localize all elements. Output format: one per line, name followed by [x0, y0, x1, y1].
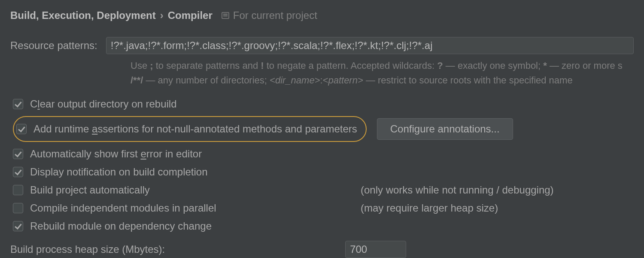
option-clear-output[interactable]: Clear output directory on rebuild	[13, 98, 634, 110]
checkbox-build-automatically[interactable]	[13, 185, 23, 195]
option-display-notification[interactable]: Display notification on build completion	[13, 166, 634, 178]
label-add-assertions: Add runtime assertions for not-null-anno…	[33, 123, 357, 135]
breadcrumb-current: Compiler	[168, 9, 213, 22]
compiler-options-list: Clear output directory on rebuild Add ru…	[13, 98, 634, 232]
svg-rect-2	[223, 15, 228, 16]
breadcrumb: Build, Execution, Deployment › Compiler …	[10, 9, 634, 22]
breadcrumb-parent[interactable]: Build, Execution, Deployment	[10, 9, 156, 22]
label-rebuild-on-dependency: Rebuild module on dependency change	[30, 220, 212, 232]
compiler-settings-panel: Build, Execution, Deployment › Compiler …	[0, 0, 644, 258]
configure-annotations-button[interactable]: Configure annotations...	[377, 118, 513, 140]
breadcrumb-separator-icon: ›	[160, 9, 164, 22]
heap-size-row: Build process heap size (Mbytes):	[10, 241, 634, 258]
highlighted-option: Add runtime assertions for not-null-anno…	[13, 116, 367, 142]
label-display-notification: Display notification on build completion	[30, 166, 208, 178]
resource-patterns-label: Resource patterns:	[10, 37, 97, 52]
heap-size-label: Build process heap size (Mbytes):	[10, 243, 165, 255]
checkbox-add-assertions[interactable]	[16, 124, 27, 134]
project-scope-indicator: For current project	[221, 9, 317, 22]
option-build-automatically[interactable]: Build project automatically (only works …	[13, 184, 634, 196]
option-add-assertions-row: Add runtime assertions for not-null-anno…	[13, 116, 634, 142]
hint-compile-parallel: (may require larger heap size)	[361, 202, 498, 214]
label-clear-output: Clear output directory on rebuild	[30, 98, 177, 110]
checkbox-rebuild-on-dependency[interactable]	[13, 221, 23, 231]
checkbox-clear-output[interactable]	[13, 99, 23, 109]
project-scope-icon	[221, 11, 230, 20]
heap-size-input[interactable]	[345, 241, 406, 258]
resource-patterns-hint: Use ; to separate patterns and ! to nega…	[131, 58, 634, 88]
checkbox-display-notification[interactable]	[13, 167, 23, 177]
svg-rect-1	[223, 14, 228, 15]
checkbox-show-first-error[interactable]	[13, 149, 23, 159]
option-compile-parallel[interactable]: Compile independent modules in parallel …	[13, 202, 634, 214]
resource-patterns-input[interactable]	[106, 37, 634, 54]
label-build-automatically: Build project automatically	[30, 184, 150, 196]
label-show-first-error: Automatically show first error in editor	[30, 148, 202, 160]
resource-patterns-row: Resource patterns:	[10, 37, 634, 54]
label-compile-parallel: Compile independent modules in parallel	[30, 202, 216, 214]
checkbox-compile-parallel[interactable]	[13, 203, 23, 213]
option-rebuild-on-dependency[interactable]: Rebuild module on dependency change	[13, 220, 634, 232]
project-scope-label: For current project	[233, 9, 317, 22]
hint-build-automatically: (only works while not running / debuggin…	[361, 184, 554, 196]
option-show-first-error[interactable]: Automatically show first error in editor	[13, 148, 634, 160]
